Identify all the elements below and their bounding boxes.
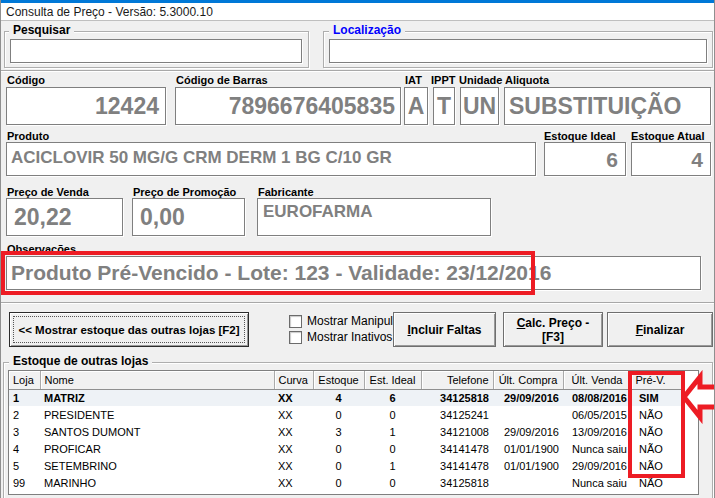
cell-loja: 3	[9, 423, 40, 440]
cell-telefone: 34141478	[421, 440, 493, 457]
cell-pre-v: SIM	[631, 389, 683, 406]
cell-pre-v: NÃO	[631, 457, 683, 474]
col-header-estoque[interactable]: Estoque	[313, 371, 364, 389]
other-stores-stock-table[interactable]: Loja Nome Curva Estoque Est. Ideal Telef…	[8, 370, 699, 495]
cell-ult-compra	[493, 474, 563, 491]
col-header-loja[interactable]: Loja	[9, 371, 40, 389]
search-group-label: Pesquisar	[9, 24, 74, 37]
cell-nome: MARINHO	[40, 474, 274, 491]
preco-venda-value: 20,22	[6, 198, 123, 236]
cell-ult-venda: 29/09/2016	[563, 457, 631, 474]
location-input[interactable]	[329, 39, 707, 63]
mostrar-inativos-checkbox[interactable]	[289, 331, 302, 344]
preco-promocao-value: 0,00	[132, 198, 245, 236]
aliquota-label: Aliquota	[505, 74, 549, 86]
barcode-label: Código de Barras	[176, 74, 268, 86]
cell-loja: 99	[9, 474, 40, 491]
mostrar-manipulados-checkbox[interactable]	[289, 315, 302, 328]
col-header-ult-venda[interactable]: Últ. Venda	[563, 371, 631, 389]
table-header-row: Loja Nome Curva Estoque Est. Ideal Telef…	[9, 371, 683, 389]
cell-est-ideal: 0	[364, 474, 421, 491]
table-row[interactable]: 2 PRESIDENTE XX 0 0 34125241 06/05/2015 …	[9, 406, 683, 423]
estoque-atual-label: Estoque Atual	[631, 130, 705, 142]
incluir-faltas-button[interactable]: Incluir Faltas	[393, 312, 496, 347]
barcode-value: 7896676405835	[175, 87, 401, 125]
cell-ult-compra: 29/09/2016	[493, 389, 563, 406]
fabricante-value: EUROFARMA	[257, 198, 491, 236]
finalizar-button[interactable]: Finalizar	[607, 312, 713, 347]
codigo-value: 12424	[6, 87, 166, 125]
table-row[interactable]: 3 SANTOS DUMONT XX 3 1 34121008 29/09/20…	[9, 423, 683, 440]
location-group-label: Localização	[329, 24, 405, 37]
cell-loja: 4	[9, 440, 40, 457]
table-row[interactable]: 4 PROFICAR XX 0 0 34141478 01/01/1900 Nu…	[9, 440, 683, 457]
cell-est-ideal: 1	[364, 423, 421, 440]
cell-telefone: 34125818	[421, 389, 493, 406]
table-row[interactable]: 5 SETEMBRINO XX 0 1 34141478 01/01/1900 …	[9, 457, 683, 474]
mostrar-inativos-label[interactable]: Mostrar Inativos	[307, 330, 392, 344]
cell-telefone: 34125818	[421, 474, 493, 491]
cell-loja: 2	[9, 406, 40, 423]
col-header-pre-v[interactable]: Pré-V.	[631, 371, 683, 389]
incluir-faltas-label: Incluir Faltas	[407, 323, 481, 337]
search-input[interactable]	[10, 39, 302, 63]
iat-value: A	[404, 87, 428, 125]
estoque-atual-value: 4	[631, 142, 711, 176]
cell-pre-v: NÃO	[631, 440, 683, 457]
cell-estoque: 0	[313, 457, 364, 474]
cell-nome: SETEMBRINO	[40, 457, 274, 474]
cell-curva: XX	[274, 389, 313, 406]
cell-curva: XX	[274, 457, 313, 474]
cell-nome: PRESIDENTE	[40, 406, 274, 423]
price-consultation-window: Consulta de Preço - Versão: 5.3000.10 Pe…	[0, 0, 715, 498]
produto-label: Produto	[7, 130, 49, 142]
cell-loja: 5	[9, 457, 40, 474]
cell-ult-compra	[493, 406, 563, 423]
col-header-curva[interactable]: Curva	[274, 371, 313, 389]
show-other-stores-stock-button[interactable]: << Mostrar estoque das outras lojas [F2]	[9, 312, 249, 347]
cell-ult-compra: 01/01/1900	[493, 440, 563, 457]
cell-ult-venda: 08/08/2016	[563, 389, 631, 406]
cell-telefone: 34121008	[421, 423, 493, 440]
divider	[1, 302, 715, 304]
cell-telefone: 34125241	[421, 406, 493, 423]
cell-ult-venda: Nunca saiu	[563, 474, 631, 491]
iat-label: IAT	[405, 74, 422, 86]
table-row[interactable]: 99 MARINHO XX 0 0 34125818 Nunca saiu NÃ…	[9, 474, 683, 491]
cell-curva: XX	[274, 423, 313, 440]
cell-estoque: 0	[313, 474, 364, 491]
observacoes-label: Observações	[7, 243, 76, 255]
cell-est-ideal: 1	[364, 457, 421, 474]
cell-est-ideal: 6	[364, 389, 421, 406]
cell-nome: PROFICAR	[40, 440, 274, 457]
aliquota-value: SUBSTITUIÇÃO	[504, 87, 711, 125]
cell-est-ideal: 0	[364, 406, 421, 423]
cell-ult-venda: 06/05/2015	[563, 406, 631, 423]
cell-pre-v: NÃO	[631, 406, 683, 423]
col-header-telefone[interactable]: Telefone	[421, 371, 493, 389]
col-header-est-ideal[interactable]: Est. Ideal	[364, 371, 421, 389]
cell-loja: 1	[9, 389, 40, 406]
calc-preco-button[interactable]: Calc. Preço - [F3]	[503, 312, 603, 347]
other-stores-stock-group-label: Estoque de outras lojas	[9, 355, 152, 368]
finalizar-label: Finalizar	[636, 323, 685, 337]
cell-curva: XX	[274, 440, 313, 457]
calc-preco-label: Calc. Preço - [F3]	[504, 316, 602, 344]
cell-telefone: 34141478	[421, 457, 493, 474]
cell-estoque: 0	[313, 406, 364, 423]
preco-venda-label: Preço de Venda	[7, 186, 89, 198]
table-row[interactable]: 1 MATRIZ XX 4 6 34125818 29/09/2016 08/0…	[9, 389, 683, 406]
ippt-value: T	[433, 87, 455, 125]
col-header-nome[interactable]: Nome	[40, 371, 274, 389]
unidade-value: UN	[460, 87, 499, 125]
cell-estoque: 3	[313, 423, 364, 440]
observacoes-value: Produto Pré-Vencido - Lote: 123 - Valida…	[6, 256, 701, 290]
estoque-ideal-label: Estoque Ideal	[544, 130, 616, 142]
cell-curva: XX	[274, 406, 313, 423]
cell-estoque: 0	[313, 440, 364, 457]
cell-ult-venda: 13/09/2016	[563, 423, 631, 440]
col-header-ult-compra[interactable]: Últ. Compra	[493, 371, 563, 389]
show-other-stores-stock-label: << Mostrar estoque das outras lojas [F2]	[18, 324, 239, 336]
cell-ult-compra: 01/01/1900	[493, 457, 563, 474]
cell-nome: SANTOS DUMONT	[40, 423, 274, 440]
